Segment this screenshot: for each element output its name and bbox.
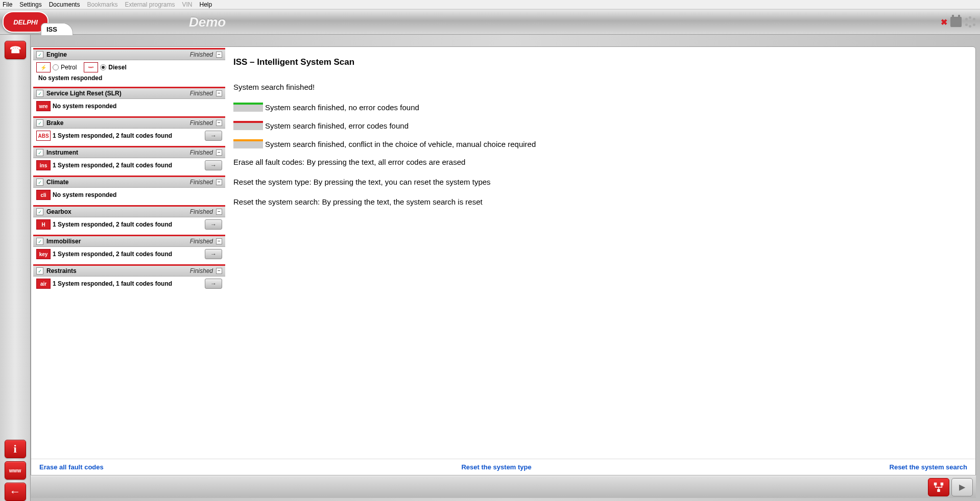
- menu-external[interactable]: External programs: [125, 1, 175, 8]
- checkbox-icon[interactable]: [36, 208, 43, 215]
- system-status: Finished: [190, 149, 213, 156]
- system-status: Finished: [190, 238, 213, 245]
- system-header[interactable]: Climate Finished −: [33, 177, 225, 188]
- system-list[interactable]: Engine Finished − ⚡ Petrol 〰 Diesel No s…: [31, 47, 227, 459]
- legend-orange-icon: [233, 139, 263, 148]
- system-header[interactable]: Gearbox Finished −: [33, 207, 225, 217]
- petrol-icon: ⚡: [36, 62, 51, 72]
- system-icon: ABS: [36, 131, 51, 141]
- arrow-button[interactable]: [205, 249, 222, 259]
- system-status: Finished: [190, 90, 213, 97]
- left-toolbar: [0, 35, 31, 501]
- system-item: Brake Finished − ABS 1 System responded,…: [33, 116, 225, 143]
- system-status: Finished: [190, 51, 213, 58]
- menu-vin[interactable]: VIN: [182, 1, 192, 8]
- action-erase[interactable]: Erase all fault codes: [39, 463, 104, 471]
- info-reset-type: Reset the system type: By pressing the t…: [233, 178, 969, 186]
- system-item: Engine Finished − ⚡ Petrol 〰 Diesel No s…: [33, 48, 225, 84]
- collapse-icon[interactable]: −: [216, 268, 222, 274]
- info-button[interactable]: [5, 440, 26, 458]
- system-message: No system responded: [53, 191, 222, 198]
- calendar-icon[interactable]: [950, 17, 962, 27]
- system-icon: cli: [36, 190, 51, 200]
- menubar: File Settings Documents Bookmarks Extern…: [0, 0, 980, 9]
- system-name: Instrument: [46, 149, 190, 156]
- legend-orange-text: System search finished, conflict in the …: [265, 140, 536, 148]
- loading-icon: [965, 16, 976, 28]
- diesel-icon: 〰: [84, 62, 98, 72]
- collapse-icon[interactable]: −: [216, 149, 222, 156]
- info-title: ISS – Intelligent System Scan: [233, 57, 969, 67]
- system-header[interactable]: Restraints Finished −: [33, 266, 225, 277]
- diagram-button[interactable]: [928, 478, 949, 496]
- petrol-label: Petrol: [61, 64, 77, 71]
- system-name: Engine: [46, 51, 190, 58]
- system-icon: key: [36, 249, 51, 259]
- legend-red-text: System search finished, error codes foun…: [265, 121, 409, 130]
- tab-iss[interactable]: ISS: [41, 23, 73, 35]
- mode-label: Demo: [189, 14, 226, 30]
- system-header[interactable]: Engine Finished −: [33, 49, 225, 60]
- svg-rect-2: [937, 489, 940, 492]
- system-icon: H: [36, 219, 51, 230]
- arrow-button[interactable]: [205, 131, 222, 141]
- menu-help[interactable]: Help: [200, 1, 212, 8]
- topbar: DELPHI Demo ✖: [0, 9, 980, 35]
- arrow-button[interactable]: [205, 219, 222, 230]
- system-header[interactable]: Instrument Finished −: [33, 147, 225, 158]
- play-button[interactable]: [951, 478, 973, 496]
- menu-file[interactable]: File: [3, 1, 12, 8]
- system-name: Gearbox: [46, 208, 190, 215]
- action-reset-type[interactable]: Reset the system type: [461, 463, 531, 471]
- menu-settings[interactable]: Settings: [19, 1, 41, 8]
- system-item: Service Light Reset (SLR) Finished − wre…: [33, 87, 225, 113]
- system-name: Climate: [46, 179, 190, 186]
- action-reset-search[interactable]: Reset the system search: [890, 463, 967, 471]
- collapse-icon[interactable]: −: [216, 209, 222, 215]
- svg-rect-0: [934, 482, 937, 485]
- checkbox-icon[interactable]: [36, 90, 43, 97]
- system-item: Restraints Finished − air 1 System respo…: [33, 264, 225, 291]
- bottom-bar: [31, 475, 976, 498]
- system-message: 1 System responded, 2 fault codes found: [53, 132, 203, 139]
- system-header[interactable]: Brake Finished −: [33, 118, 225, 129]
- svg-rect-1: [941, 482, 944, 485]
- collapse-icon[interactable]: −: [216, 179, 222, 185]
- menu-documents[interactable]: Documents: [49, 1, 80, 8]
- collapse-icon[interactable]: −: [216, 52, 222, 58]
- action-bar: Erase all fault codes Reset the system t…: [31, 459, 975, 475]
- system-name: Service Light Reset (SLR): [46, 90, 190, 97]
- www-button[interactable]: [5, 461, 26, 480]
- checkbox-icon[interactable]: [36, 51, 43, 58]
- collapse-icon[interactable]: −: [216, 120, 222, 126]
- close-icon[interactable]: ✖: [941, 17, 947, 27]
- checkbox-icon[interactable]: [36, 149, 43, 156]
- system-header[interactable]: Immobiliser Finished −: [33, 236, 225, 247]
- checkbox-icon[interactable]: [36, 179, 43, 186]
- back-button[interactable]: [5, 483, 26, 501]
- info-erase: Erase all fault codes: By pressing the t…: [233, 158, 969, 166]
- collapse-icon[interactable]: −: [216, 238, 222, 244]
- arrow-button[interactable]: [205, 279, 222, 289]
- system-item: Gearbox Finished − H 1 System responded,…: [33, 205, 225, 232]
- system-message: 1 System responded, 2 fault codes found: [53, 162, 203, 169]
- checkbox-icon[interactable]: [36, 119, 43, 127]
- info-reset-search: Reset the system search: By pressing the…: [233, 197, 969, 206]
- arrow-button[interactable]: [205, 160, 222, 170]
- phone-button[interactable]: [5, 41, 26, 59]
- collapse-icon[interactable]: −: [216, 90, 222, 96]
- radio-petrol[interactable]: [53, 64, 59, 70]
- system-status: Finished: [190, 208, 213, 215]
- system-icon: wre: [36, 101, 51, 111]
- menu-bookmarks[interactable]: Bookmarks: [87, 1, 117, 8]
- checkbox-icon[interactable]: [36, 238, 43, 245]
- checkbox-icon[interactable]: [36, 267, 43, 274]
- system-item: Climate Finished − cli No system respond…: [33, 176, 225, 202]
- system-header[interactable]: Service Light Reset (SLR) Finished −: [33, 88, 225, 99]
- system-status: Finished: [190, 179, 213, 186]
- system-icon: air: [36, 279, 51, 289]
- legend-red-icon: [233, 121, 263, 130]
- system-message: 1 System responded, 1 fault codes found: [53, 280, 203, 287]
- radio-diesel[interactable]: [100, 64, 106, 70]
- system-status: Finished: [190, 119, 213, 127]
